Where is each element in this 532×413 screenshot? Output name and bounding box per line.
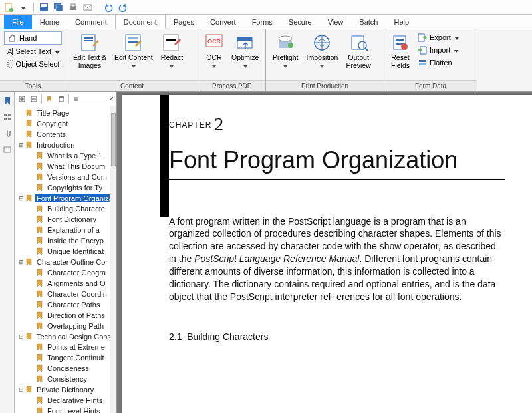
output-preview-button[interactable]: Output Preview <box>342 31 374 79</box>
tab-batch[interactable]: Batch <box>351 15 386 29</box>
tab-pages[interactable]: Pages <box>166 15 202 29</box>
bookmark-label: Title Page <box>35 109 70 117</box>
save-icon[interactable] <box>38 1 50 13</box>
bookmark-item[interactable]: Character Coordin <box>15 289 116 299</box>
svg-text:A: A <box>7 47 13 55</box>
select-text-tool[interactable]: A Select Text <box>4 45 62 57</box>
save-all-icon[interactable] <box>53 1 65 13</box>
bookmark-label: Character Coordin <box>46 290 108 298</box>
delete-bookmark-icon[interactable] <box>57 94 66 104</box>
bookmark-item[interactable]: Copyright <box>15 118 116 129</box>
bookmark-item[interactable]: Character Paths <box>15 299 116 310</box>
layers-panel-icon[interactable] <box>2 144 13 154</box>
close-panel-icon[interactable]: × <box>109 94 114 104</box>
collapse-icon[interactable]: ⊟ <box>17 333 25 340</box>
bookmark-item[interactable]: Unique Identificat <box>15 246 116 257</box>
undo-icon[interactable] <box>102 1 114 13</box>
optimize-button[interactable]: Optimize <box>227 31 263 79</box>
bookmark-item[interactable]: ⊟Introduction <box>15 140 116 150</box>
bookmark-label: Points at Extreme <box>46 343 106 351</box>
edit-text-images-button[interactable]: Edit Text & Images <box>69 31 110 79</box>
bookmark-item[interactable]: Overlapping Path <box>15 321 116 331</box>
collapse-all-icon[interactable] <box>29 94 39 104</box>
svg-text:OCR: OCR <box>207 38 221 45</box>
bookmark-item[interactable]: ⊟Font Program Organiza <box>15 193 116 204</box>
bookmark-label: Copyright <box>35 120 69 128</box>
tab-home[interactable]: Home <box>32 15 67 29</box>
redo-icon[interactable] <box>117 1 129 13</box>
bookmark-item[interactable]: Versions and Com <box>15 172 116 182</box>
collapse-icon[interactable]: ⊟ <box>17 195 25 202</box>
export-button[interactable]: Export <box>415 31 462 43</box>
collapse-icon[interactable]: ⊟ <box>17 142 25 148</box>
bookmark-item[interactable]: Contents <box>15 129 116 140</box>
edit-text-images-label: Edit Text & Images <box>73 53 106 69</box>
ocr-label: OCR <box>206 53 221 61</box>
bookmark-item[interactable]: Character Geogra <box>15 267 116 278</box>
bookmark-item[interactable]: Inside the Encryp <box>15 235 116 246</box>
options-icon[interactable] <box>72 94 81 104</box>
flatten-button[interactable]: Flatten <box>415 57 462 69</box>
import-button[interactable]: Import <box>415 44 462 56</box>
ocr-button[interactable]: OCR OCR <box>201 31 227 79</box>
tab-forms[interactable]: Forms <box>244 15 281 29</box>
attachments-panel-icon[interactable] <box>2 128 13 138</box>
redact-label: Redact <box>161 53 183 61</box>
bookmark-item[interactable]: Declarative Hints <box>15 395 116 406</box>
bookmark-item[interactable]: Font Level Hints <box>15 406 116 413</box>
bookmark-item[interactable]: What This Docum <box>15 161 116 172</box>
edit-content-label: Edit Content <box>114 53 153 61</box>
bookmarks-scrollbar[interactable] <box>110 106 116 413</box>
bookmark-item[interactable]: Building Characte <box>15 204 116 214</box>
bookmark-item[interactable]: ⊟Technical Design Cons <box>15 331 116 342</box>
page-margin-bar <box>160 95 169 217</box>
svg-point-1 <box>9 8 13 12</box>
bookmark-item[interactable]: Points at Extreme <box>15 342 116 352</box>
new-bookmark-icon[interactable] <box>45 94 54 104</box>
collapse-icon[interactable]: ⊟ <box>17 259 25 265</box>
thumbnails-panel-icon[interactable] <box>2 112 13 122</box>
new-icon[interactable] <box>3 1 15 13</box>
bookmark-label: Alignments and O <box>46 279 106 287</box>
bookmark-icon <box>35 226 45 234</box>
group-form-data: Reset Fields Export Import Flatten Form … <box>384 29 477 91</box>
bookmark-item[interactable]: Alignments and O <box>15 278 116 289</box>
bookmark-item[interactable]: What Is a Type 1 <box>15 150 116 161</box>
redact-button[interactable]: Redact <box>157 31 187 79</box>
hand-tool[interactable]: Hand <box>4 31 62 45</box>
preflight-button[interactable]: Preflight <box>269 31 303 79</box>
edit-content-button[interactable]: Edit Content <box>110 31 157 79</box>
bookmark-item[interactable]: Copyrights for Ty <box>15 182 116 193</box>
tab-document[interactable]: Document <box>115 15 166 29</box>
bookmark-label: Contents <box>35 130 67 138</box>
tab-secure[interactable]: Secure <box>281 15 320 29</box>
tab-file[interactable]: File <box>4 15 32 29</box>
bookmark-item[interactable]: ⊟Private Dictionary <box>15 384 116 395</box>
tab-view[interactable]: View <box>320 15 352 29</box>
bookmark-item[interactable]: Consistency <box>15 374 116 384</box>
bookmark-item[interactable]: Tangent Continuit <box>15 352 116 363</box>
imposition-button[interactable]: Imposition <box>303 31 342 79</box>
dropdown-icon[interactable] <box>17 1 29 13</box>
svg-rect-31 <box>352 36 364 49</box>
group-print-label: Print Production <box>266 80 384 91</box>
bookmark-item[interactable]: Title Page <box>15 108 116 118</box>
bookmark-item[interactable]: Conciseness <box>15 363 116 374</box>
object-select-tool[interactable]: Object Select <box>4 58 62 70</box>
bookmark-item[interactable]: Explanation of a <box>15 225 116 235</box>
bookmarks-panel-icon[interactable] <box>2 96 13 106</box>
tab-help[interactable]: Help <box>386 15 417 29</box>
bookmark-item[interactable]: Direction of Paths <box>15 310 116 321</box>
reset-fields-button[interactable]: Reset Fields <box>387 31 414 79</box>
expand-all-icon[interactable] <box>17 94 27 104</box>
email-icon[interactable] <box>82 1 94 13</box>
tab-comment[interactable]: Comment <box>67 15 115 29</box>
print-icon[interactable] <box>67 1 79 13</box>
page: CHAPTER2 Font Program Organization A fon… <box>122 95 532 413</box>
bookmark-item[interactable]: Font Dictionary <box>15 214 116 225</box>
collapse-icon[interactable]: ⊟ <box>17 386 25 393</box>
bookmark-item[interactable]: ⊟Character Outline Cor <box>15 257 116 267</box>
bookmark-label: Explanation of a <box>46 226 101 234</box>
document-area[interactable]: CHAPTER2 Font Program Organization A fon… <box>117 92 532 413</box>
tab-convert[interactable]: Convert <box>202 15 244 29</box>
